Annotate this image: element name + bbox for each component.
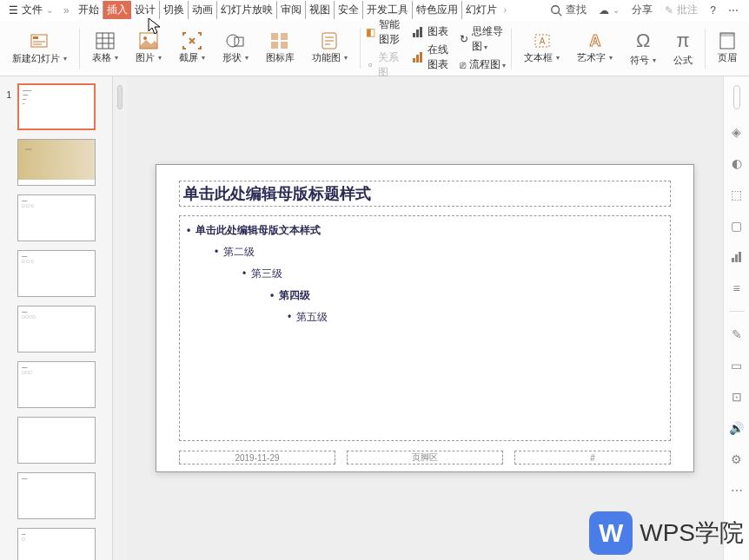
ribbon-flowchart[interactable]: ⎚ 流程图▾ [460,57,506,72]
ribbon-new-slide[interactable]: 新建幻灯片▾ [5,24,74,73]
tab-overflow-right[interactable]: › [504,5,507,15]
svg-line-1 [559,12,562,16]
file-label: 文件 [22,3,43,17]
scrollbar-thumb[interactable] [117,85,123,109]
ribbon-header[interactable]: 页眉 [711,24,744,73]
thumbnail-9[interactable]: ━━▢ [17,528,96,560]
side-settings-button[interactable]: ⚙ [728,451,746,468]
ribbon-formula[interactable]: π 公式 [666,24,699,73]
table-label: 表格▾ [92,51,118,64]
ribbon-online-chart[interactable]: 在线图表 [412,43,457,72]
side-animate-button[interactable]: ▢ [728,217,746,234]
side-zoom-button[interactable]: ⊡ [728,388,746,405]
tab-animation[interactable]: 动画 [189,1,217,19]
tab-special[interactable]: 特色应用 [413,1,462,19]
slide-thumbnails: 1 ━━━━━━━━━━━ ▭▭ ━━━▢ ▢ ▢ ━━━▢ ▢ ▢ ━━━▢▢… [0,76,113,560]
tab-security[interactable]: 安全 [335,1,363,19]
search-icon [550,4,562,16]
thumbnail-6[interactable]: ━━━▢▢▢ [17,361,96,408]
help-button[interactable]: ? [710,4,716,16]
more-button[interactable]: ⋯ [728,4,739,16]
tab-slideshow[interactable]: 幻灯片放映 [217,1,277,19]
master-content-placeholder[interactable]: •单击此处编辑母版文本样式 •第二级 •第三级 •第四级 •第五级 [179,215,671,441]
thumbnail-3[interactable]: ━━━▢ ▢ ▢ [17,194,96,241]
svg-rect-34 [732,258,734,262]
ribbon-function[interactable]: 功能图▾ [305,24,355,73]
thumbnail-2[interactable]: ▭▭ [17,139,96,186]
svg-rect-15 [271,33,278,40]
annotate-label: 批注 [677,3,698,17]
side-scroll-handle[interactable] [733,85,740,109]
bullet-level-1: •单击此处编辑母版文本样式 [187,223,663,238]
svg-rect-16 [281,33,288,40]
date-placeholder[interactable]: 2019-11-29 [179,451,335,464]
textbox-label: 文本框▾ [524,51,560,64]
side-select-button[interactable]: ▭ [728,357,746,374]
annotate-button[interactable]: ✎ 批注 [665,3,698,17]
smartshape-label: 智能图形 [379,17,408,47]
bullet-level-4: •第四级 [270,288,663,303]
side-template-button[interactable]: ◐ [728,155,746,172]
online-chart-label: 在线图表 [428,43,457,72]
mindmap-icon: ↻ [460,33,468,45]
file-menu[interactable]: ☰ 文件 ⌄ [3,1,58,19]
ribbon-image[interactable]: 图片▾ [129,24,169,73]
ribbon-shape[interactable]: 形状▾ [215,24,255,73]
tab-slide-extra[interactable]: 幻灯片 [462,1,504,19]
shape-icon [226,32,245,49]
thumbnail-1[interactable]: 1 ━━━━━━━━━━━ [17,83,96,130]
slide-master[interactable]: 单击此处编辑母版标题样式 •单击此处编辑母版文本样式 •第二级 •第三级 •第四… [156,164,694,472]
formula-icon: π [677,30,690,52]
side-more-button[interactable]: ⋯ [728,482,746,499]
ribbon-smartshape[interactable]: ◧ 智能图形 [366,17,408,47]
function-label: 功能图▾ [312,51,348,64]
ribbon-textbox[interactable]: A 文本框▾ [517,24,567,73]
side-format-button[interactable]: ⬚ [728,186,746,203]
thumbnail-7[interactable] [17,417,96,464]
table-icon [96,32,115,49]
ribbon-table[interactable]: 表格▾ [85,24,125,73]
image-icon [139,32,158,49]
side-layers-button[interactable]: ≡ [728,280,746,297]
master-title-placeholder[interactable]: 单击此处编辑母版标题样式 [179,181,671,207]
tab-review[interactable]: 审阅 [277,1,306,19]
thumbnail-scrollbar[interactable] [113,76,127,560]
svg-rect-27 [416,55,419,63]
new-slide-label: 新建幻灯片▾ [12,52,67,65]
ribbon-wordart[interactable]: A 艺术字▾ [570,24,620,73]
svg-rect-28 [420,52,422,63]
svg-rect-33 [720,33,734,36]
ribbon-icon-lib[interactable]: 图标库 [259,24,302,73]
ribbon-mindmap[interactable]: ↻ 思维导图▾ [460,24,506,54]
thumbnail-8[interactable]: ━━━ [17,472,96,519]
svg-text:A: A [589,32,600,49]
ribbon-screenshot[interactable]: 截屏▾ [172,24,212,73]
ribbon-symbol[interactable]: Ω 符号▾ [623,24,663,73]
side-stats-button[interactable] [728,248,746,266]
side-edit-button[interactable]: ✎ [728,326,746,343]
tab-transition[interactable]: 切换 [160,1,189,19]
ribbon-chart[interactable]: 图表 [412,24,457,39]
side-audio-button[interactable]: 🔊 [728,419,746,437]
tab-view[interactable]: 视图 [306,1,335,19]
number-placeholder[interactable]: # [514,451,671,464]
side-design-button[interactable]: ◈ [728,123,746,141]
footer-placeholder[interactable]: 页脚区 [347,451,503,464]
thumbnail-4[interactable]: ━━━▢ ▢ ▢ [17,250,96,297]
tab-design[interactable]: 设计 [131,1,160,19]
share-label: 分享 [632,3,653,17]
tab-start[interactable]: 开始 [75,1,103,19]
share-button[interactable]: 分享 [632,3,653,17]
thumbnail-5[interactable]: ━━━▢▢▢▢ [17,306,96,352]
cloud-button[interactable]: ☁ ⌄ [599,4,620,16]
svg-rect-23 [413,33,415,37]
ribbon-relation: ⚬ 关系图 [366,50,408,80]
smartshape-icon: ◧ [366,26,375,38]
flowchart-label: 流程图▾ [469,57,506,72]
screenshot-icon [182,32,202,49]
svg-point-12 [143,36,147,40]
search-button[interactable]: 查找 [550,3,587,17]
tab-insert[interactable]: 插入 [103,1,131,19]
tab-overflow-left[interactable]: » [63,4,70,16]
chart-label: 图表 [428,24,448,39]
